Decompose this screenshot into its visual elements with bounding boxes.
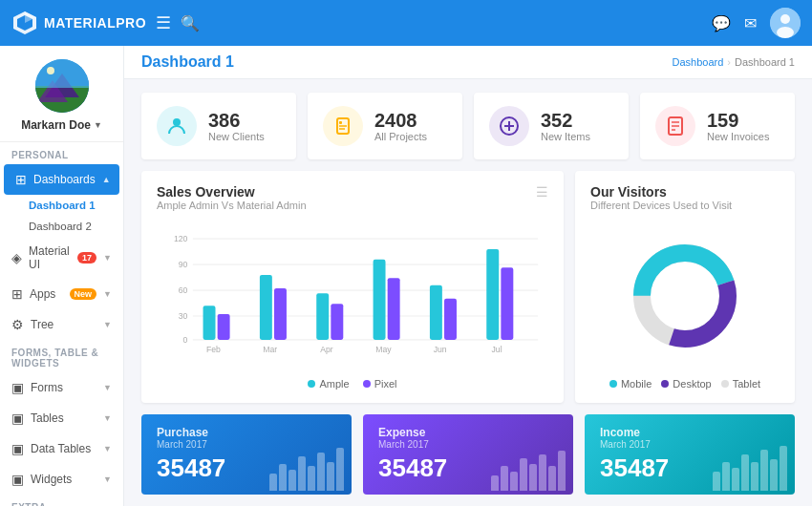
sidebar-item-forms[interactable]: ▣ Forms ▼ (0, 372, 123, 403)
svg-rect-35 (218, 314, 230, 340)
sidebar-item-widgets[interactable]: ▣ Widgets ▼ (0, 464, 123, 495)
mini-bar (722, 462, 730, 491)
sales-bar-chart: 120 90 60 30 0 (157, 219, 548, 372)
apps-badge-new: New (70, 288, 97, 300)
legend-ample-label: Ample (319, 378, 349, 390)
legend-desktop: Desktop (661, 378, 711, 390)
svg-rect-43 (444, 299, 457, 340)
stat-icon-items (489, 106, 529, 146)
tree-chevron: ▼ (103, 320, 112, 329)
stat-number-invoices: 159 (707, 110, 769, 131)
mini-bar (760, 450, 768, 491)
sidebar-item-apps[interactable]: ⊞ Apps New ▼ (0, 279, 123, 309)
brand-name: MATERIALPRO (44, 15, 146, 31)
mini-bar (520, 458, 527, 491)
bottom-card-expense: Expense March 2017 35487 (363, 414, 573, 495)
donut-svg (618, 234, 752, 358)
mini-bar (770, 459, 778, 491)
mini-bar (713, 472, 720, 491)
legend-desktop-dot (661, 380, 669, 388)
expense-subtitle: March 2017 (378, 439, 558, 450)
svg-text:Feb: Feb (206, 345, 221, 354)
purchase-header: Purchase March 2017 (157, 426, 336, 450)
svg-text:0: 0 (183, 335, 188, 345)
top-navigation: MATERIALPRO ☰ 🔍 💬 ✉ (0, 0, 812, 46)
mini-bar (558, 451, 566, 491)
sales-chart-menu-icon[interactable]: ☰ (536, 184, 548, 200)
dashboards-label: Dashboards (33, 173, 96, 186)
subheader: Dashboard 1 Dashboard › Dashboard 1 (124, 46, 812, 79)
sidebar-item-tree[interactable]: ⚙ Tree ▼ (0, 309, 123, 340)
sales-chart-titles: Sales Overview Ample Admin Vs Material A… (157, 184, 307, 219)
income-mini-bars (705, 446, 795, 495)
sales-legend: Ample Pixel (157, 372, 548, 390)
user-dropdown-icon: ▼ (94, 120, 102, 130)
mini-bar (327, 462, 334, 491)
sidebar: Markarn Doe ▼ Personal ⊞ Dashboards ▲ Da… (0, 46, 124, 506)
hamburger-icon[interactable]: ☰ (156, 12, 171, 33)
material-ui-label: Material UI (29, 244, 71, 271)
dashboards-chevron: ▲ (102, 175, 111, 184)
main-layout: Markarn Doe ▼ Personal ⊞ Dashboards ▲ Da… (0, 46, 812, 506)
stat-info-clients: 386 New Clients (208, 110, 265, 142)
sidebar-item-dashboards[interactable]: ⊞ Dashboards ▲ (4, 164, 119, 195)
legend-pixel: Pixel (363, 378, 397, 390)
svg-point-11 (47, 67, 54, 74)
expense-header: Expense March 2017 (378, 426, 558, 450)
svg-rect-41 (388, 278, 400, 340)
legend-ample-dot (308, 380, 315, 388)
svg-text:Apr: Apr (320, 345, 333, 354)
svg-rect-44 (486, 249, 499, 340)
svg-rect-38 (316, 293, 329, 340)
data-tables-label: Data Tables (31, 442, 96, 455)
apps-label: Apps (30, 287, 63, 301)
breadcrumb: Dashboard › Dashboard 1 (673, 56, 796, 68)
mini-bar (269, 474, 277, 491)
mini-bar (308, 466, 315, 491)
sidebar-item-material-ui[interactable]: ◈ Material UI 17 ▼ (0, 237, 123, 279)
stat-card-projects: 2408 All Projects (308, 93, 462, 159)
forms-chevron: ▼ (103, 383, 112, 392)
sidebar-item-data-tables[interactable]: ▣ Data Tables ▼ (0, 433, 123, 464)
svg-rect-42 (430, 285, 442, 340)
expense-title: Expense (378, 426, 558, 439)
expense-mini-bars (483, 451, 573, 495)
sales-chart-header: Sales Overview Ample Admin Vs Material A… (157, 184, 548, 219)
stat-number-clients: 386 (208, 110, 265, 131)
avatar-image (35, 59, 89, 113)
sidebar-subitem-dashboard1[interactable]: Dashboard 1 (0, 195, 123, 216)
stat-icon-clients (157, 106, 197, 146)
sidebar-item-tables[interactable]: ▣ Tables ▼ (0, 403, 123, 433)
sidebar-user: Markarn Doe ▼ (0, 46, 123, 142)
svg-text:30: 30 (179, 311, 188, 321)
income-title: Income (600, 426, 780, 439)
stat-card-items: 352 New Items (474, 93, 629, 159)
chat-icon[interactable]: 💬 (712, 14, 731, 32)
user-avatar-nav[interactable] (770, 8, 801, 38)
legend-mobile-label: Mobile (621, 378, 652, 390)
nav-right: 💬 ✉ (712, 8, 801, 38)
charts-row: Sales Overview Ample Admin Vs Material A… (124, 159, 812, 403)
section-personal-label: Personal (0, 142, 123, 164)
email-icon[interactable]: ✉ (744, 14, 757, 32)
material-ui-icon: ◈ (11, 250, 22, 265)
section-extra-label: Extra Component (0, 495, 123, 506)
user-name-label: Markarn Doe ▼ (21, 118, 102, 132)
dashboard-icon: ⊞ (15, 172, 27, 187)
legend-pixel-label: Pixel (374, 378, 397, 390)
breadcrumb-separator: › (727, 56, 731, 68)
apps-icon: ⊞ (11, 286, 23, 302)
legend-mobile-dot (609, 380, 617, 388)
section-forms-label: Forms, Table & Widgets (0, 340, 123, 372)
stat-icon-projects (323, 106, 363, 146)
sidebar-subitem-dashboard2[interactable]: Dashboard 2 (0, 216, 123, 237)
mini-bar (741, 454, 749, 491)
legend-tablet-label: Tablet (733, 378, 760, 390)
svg-text:Jun: Jun (434, 345, 447, 354)
stat-card-clients: 386 New Clients (141, 93, 296, 159)
tables-chevron: ▼ (103, 413, 112, 423)
sales-chart-title: Sales Overview (157, 184, 307, 200)
stat-info-items: 352 New Items (541, 110, 590, 142)
search-icon[interactable]: 🔍 (181, 14, 200, 32)
breadcrumb-dashboard[interactable]: Dashboard (673, 56, 724, 68)
